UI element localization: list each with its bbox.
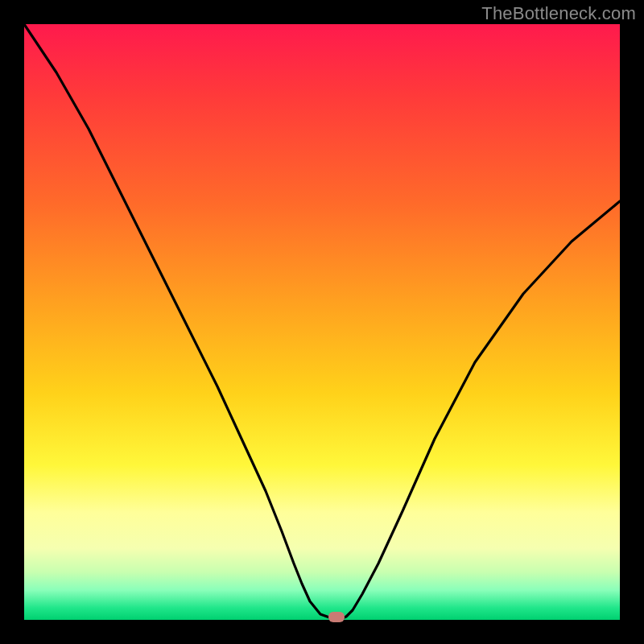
curve-layer [24,24,620,620]
chart-frame: TheBottleneck.com [0,0,644,644]
watermark-text: TheBottleneck.com [481,3,636,24]
min-marker [328,612,345,622]
bottleneck-curve [24,24,620,618]
